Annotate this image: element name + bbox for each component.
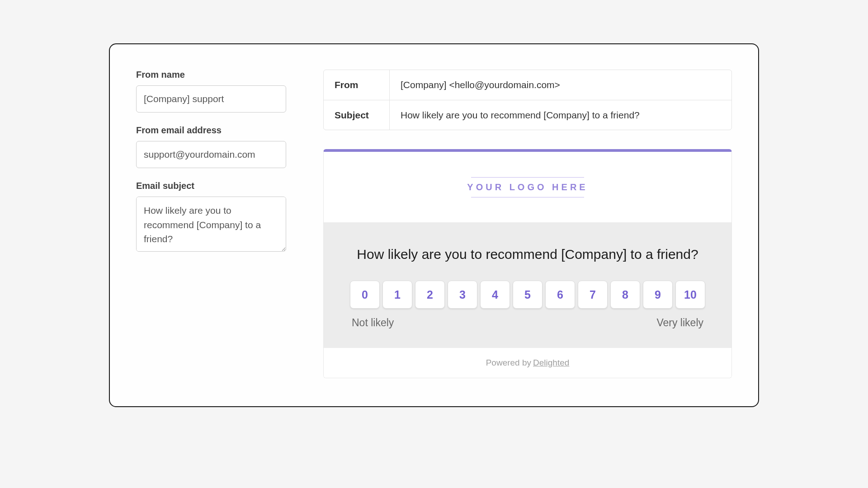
preview-panel: From [Company] <hello@yourdomain.com> Su… [323,70,732,378]
from-name-label: From name [136,70,286,80]
footer-brand-link[interactable]: Delighted [533,358,569,368]
scale-low-label: Not likely [352,317,394,329]
subject-label: Email subject [136,181,286,191]
score-button-8[interactable]: 8 [610,281,640,309]
score-button-1[interactable]: 1 [382,281,412,309]
footer-prefix: Powered by [486,358,531,368]
score-button-7[interactable]: 7 [578,281,608,309]
score-button-5[interactable]: 5 [513,281,542,309]
subject-textarea[interactable] [136,197,286,252]
from-email-label: From email address [136,125,286,136]
header-from-key: From [324,70,390,100]
logo-line-top [471,177,584,178]
score-button-9[interactable]: 9 [643,281,673,309]
survey-question: How likely are you to recommend [Company… [350,244,705,264]
nps-score-row: 0 1 2 3 4 5 6 7 8 9 10 [350,281,705,309]
score-button-4[interactable]: 4 [480,281,510,309]
score-button-10[interactable]: 10 [675,281,705,309]
editor-card: From name From email address Email subje… [109,43,759,407]
email-headers-table: From [Company] <hello@yourdomain.com> Su… [323,70,732,130]
logo-placeholder-text: YOUR LOGO HERE [467,182,588,192]
from-name-input[interactable] [136,85,286,113]
from-email-group: From email address [136,125,286,168]
logo-line-bottom [471,197,584,197]
header-subject-key: Subject [324,100,390,130]
score-button-6[interactable]: 6 [545,281,575,309]
header-row-from: From [Company] <hello@yourdomain.com> [324,70,731,100]
header-row-subject: Subject How likely are you to recommend … [324,100,731,130]
score-button-3[interactable]: 3 [448,281,477,309]
logo-placeholder-zone: YOUR LOGO HERE [324,152,731,222]
score-button-0[interactable]: 0 [350,281,380,309]
survey-footer: Powered by Delighted [324,348,731,378]
from-name-group: From name [136,70,286,113]
header-from-value: [Company] <hello@yourdomain.com> [390,80,560,90]
subject-group: Email subject [136,181,286,252]
header-subject-value: How likely are you to recommend [Company… [390,110,640,121]
score-button-2[interactable]: 2 [415,281,445,309]
survey-body: How likely are you to recommend [Company… [324,222,731,348]
survey-preview: YOUR LOGO HERE How likely are you to rec… [323,149,732,378]
scale-high-label: Very likely [656,317,703,329]
form-panel: From name From email address Email subje… [136,70,286,378]
scale-labels: Not likely Very likely [350,317,705,329]
from-email-input[interactable] [136,141,286,168]
